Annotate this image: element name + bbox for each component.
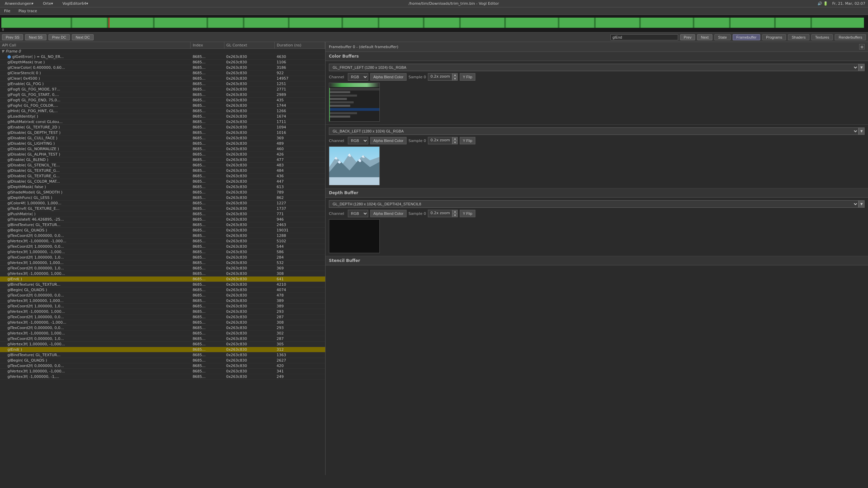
table-row[interactable]: glDepthMask( false ) 8685... 0x263c830 6…	[0, 184, 325, 190]
menu-anwendungen[interactable]: Anwendungen▾	[3, 1, 35, 6]
table-row[interactable]: glEnd( ) 8685... 0x263c830 641	[0, 277, 325, 282]
table-row[interactable]: glFogf( GL_FOG_MODE, 97... 8685... 0x263…	[0, 87, 325, 92]
table-row[interactable]: glTexCoord2f( 1,000000, 0,0... 8685... 0…	[0, 244, 325, 249]
table-row[interactable]: glClearColor( 0,400000, 0,60... 8685... …	[0, 65, 325, 70]
table-row[interactable]: glVertex3f( 1,000000, 1,000... 8685... 0…	[0, 298, 325, 304]
table-row[interactable]: glShadeModel( GL_SMOOTH ) 8685... 0x263c…	[0, 190, 325, 195]
menu-voglEditor[interactable]: VoglEditor64▾	[60, 1, 90, 6]
table-row[interactable]: glEnable( GL_BLEND ) 8685... 0x263c830 4…	[0, 157, 325, 163]
table-row[interactable]: glDisable( GL_TEXTURE_G... 8685... 0x263…	[0, 168, 325, 174]
renderbuffers-tab[interactable]: Renderbuffers	[835, 34, 866, 40]
table-row[interactable]: glVertex3f( 1,000000, -1,000... 8685... …	[0, 369, 325, 374]
shaders-tab[interactable]: Shaders	[788, 34, 809, 40]
table-row[interactable]: glDisable( GL_ALPHA_TEST ) 8685... 0x263…	[0, 152, 325, 157]
table-row[interactable]: glDisable( GL_COLOR_MAT... 8685... 0x263…	[0, 179, 325, 184]
textures-tab[interactable]: Textures	[811, 34, 833, 40]
table-row[interactable]: glDisable( GL_TEXTURE_G... 8685... 0x263…	[0, 174, 325, 179]
back-left-alpha-blend[interactable]: Alpha Blend Color	[370, 137, 407, 144]
front-left-dropdown-arrow[interactable]: ▼	[859, 64, 865, 71]
table-row[interactable]: glVertex3f( -1,000000, 1,000... 8685... …	[0, 331, 325, 336]
table-row[interactable]: glVertex3f( -1,000000, 1,000... 8685... …	[0, 271, 325, 277]
next-dc-button[interactable]: Next DC	[72, 34, 94, 40]
table-row[interactable]: glPushMatrix( ) 8685... 0x263c830 771	[0, 211, 325, 217]
table-row[interactable]: glLoadIdentity( ) 8685... 0x263c830 1674	[0, 114, 325, 119]
table-row[interactable]: glColor4f( 1,000000, 1,000... 8685... 0x…	[0, 201, 325, 206]
table-row[interactable]: glBegin( GL_QUADS ) 8685... 0x263c830 26…	[0, 358, 325, 363]
front-left-zoom-up[interactable]: ▲	[452, 73, 458, 77]
table-row[interactable]: glClearStencil( 0 ) 8685... 0x263c830 92…	[0, 70, 325, 76]
depth-alpha-blend[interactable]: Alpha Blend Color	[370, 210, 407, 217]
prev-dc-button[interactable]: Prev DC	[48, 34, 70, 40]
prev-button[interactable]: Prev	[680, 34, 695, 40]
programs-tab[interactable]: Programs	[762, 34, 786, 40]
depth-dropdown-arrow[interactable]: ▼	[859, 200, 865, 208]
table-row[interactable]: glGetError( ) = GL_NO_ER... 8685... 0x26…	[0, 54, 325, 60]
depth-flip[interactable]: Y Flip	[460, 210, 475, 217]
menu-orte[interactable]: Orte▾	[41, 1, 55, 6]
front-left-zoom-down[interactable]: ▼	[452, 77, 458, 81]
table-row[interactable]: glTexCoord2f( 0,000000, 1,0... 8685... 0…	[0, 266, 325, 271]
table-row[interactable]: glClear( 0x4500 ) 8685... 0x263c830 1495…	[0, 76, 325, 81]
table-row[interactable]: glDisable( GL_LIGHTING ) 8685... 0x263c8…	[0, 141, 325, 146]
table-row[interactable]: glEnable( GL_TEXTURE_2D ) 8685... 0x263c…	[0, 125, 325, 130]
back-left-channel-select[interactable]: RGB	[348, 137, 368, 144]
framebuffer-tab[interactable]: Framebuffer	[733, 34, 761, 40]
back-left-select[interactable]: GL_BACK_LEFT (1280 x 1024) GL_RGBA	[329, 127, 859, 135]
table-row[interactable]: glTexCoord2f( 1,000000, 0,0... 8685... 0…	[0, 314, 325, 320]
table-row[interactable]: glDisable( GL_STENCIL_TE... 8685... 0x26…	[0, 163, 325, 168]
table-row[interactable]: glVertex3f( 1,000000, 1,000... 8685... 0…	[0, 260, 325, 266]
table-row[interactable]: glTranslatef( 46,426895, -25... 8685... …	[0, 217, 325, 222]
table-row[interactable]: ▼Frame 0	[0, 49, 325, 54]
depth-select[interactable]: GL_DEPTH (1280 x 1024) GL_DEPTH24_STENCI…	[329, 200, 859, 208]
table-row[interactable]: glTexCoord2f( 1,000000, 1,0... 8685... 0…	[0, 304, 325, 309]
prev-ss-button[interactable]: Prev SS	[2, 34, 23, 40]
table-row[interactable]: glDepthFunc( GL_LESS ) 8685... 0x263c830…	[0, 195, 325, 201]
table-row[interactable]: glTexCoord2f( 0,000000, 0,0... 8685... 0…	[0, 233, 325, 239]
table-row[interactable]: glTexEnvf( GL_TEXTURE_E... 8685... 0x263…	[0, 206, 325, 211]
table-row[interactable]: glHint( GL_FOG_HINT, GL... 8685... 0x263…	[0, 108, 325, 114]
table-row[interactable]: glVertex3f( 1,000000, -1,000... 8685... …	[0, 342, 325, 347]
table-row[interactable]: glEnd( ) 8685... 0x263c830 312	[0, 347, 325, 352]
front-left-flip[interactable]: Y Flip	[460, 73, 475, 81]
table-row[interactable]: glVertex3f( 1,000000, -1,000... 8685... …	[0, 249, 325, 255]
next-ss-button[interactable]: Next SS	[25, 34, 46, 40]
depth-channel-select[interactable]: RGB	[348, 210, 368, 217]
expand-button[interactable]: ⊞	[859, 44, 865, 49]
state-tab[interactable]: State	[714, 34, 731, 40]
search-input[interactable]	[610, 34, 678, 40]
table-row[interactable]: glTexCoord2f( 0,000000, 1,0... 8685... 0…	[0, 336, 325, 342]
table-row[interactable]: glBindTexture( GL_TEXTUR... 8685... 0x26…	[0, 222, 325, 228]
front-left-channel-select[interactable]: RGB	[348, 73, 368, 81]
table-row[interactable]: glDepthMask( true ) 8685... 0x263c830 11…	[0, 60, 325, 65]
front-left-select[interactable]: GL_FRONT_LEFT (1280 x 1024) GL_RGBA	[329, 64, 859, 71]
table-row[interactable]: glBegin( GL_QUADS ) 8685... 0x263c830 19…	[0, 228, 325, 233]
table-row[interactable]: glTexCoord2f( 0,000000, 0,0... 8685... 0…	[0, 363, 325, 369]
table-row[interactable]: glTexCoord2f( 0,000000, 0,0... 8685... 0…	[0, 325, 325, 331]
table-row[interactable]: glMultMatrixd( const GLdou... 8685... 0x…	[0, 119, 325, 125]
table-row[interactable]: glDisable( GL_DEPTH_TEST ) 8685... 0x263…	[0, 130, 325, 136]
table-row[interactable]: glTexCoord2f( 1,000000, 1,0... 8685... 0…	[0, 255, 325, 260]
table-row[interactable]: glDisable( GL_CULL_FACE ) 8685... 0x263c…	[0, 136, 325, 141]
table-row[interactable]: glFogf( GL_FOG_END, 75,0... 8685... 0x26…	[0, 98, 325, 103]
back-left-zoom-up[interactable]: ▲	[452, 137, 458, 141]
next-button[interactable]: Next	[697, 34, 712, 40]
front-left-alpha-blend[interactable]: Alpha Blend Color	[370, 73, 407, 81]
table-row[interactable]: glTexCoord2f( 0,000000, 0,0... 8685... 0…	[0, 293, 325, 298]
table-row[interactable]: glVertex3f( -1,000000, -1,000... 8685...…	[0, 320, 325, 325]
table-row[interactable]: glBindTexture( GL_TEXTUR... 8685... 0x26…	[0, 282, 325, 287]
back-left-zoom-down[interactable]: ▼	[452, 141, 458, 144]
menu-play-trace[interactable]: Play trace	[16, 8, 39, 14]
table-row[interactable]: glVertex3f( -1,000000, -1,000... 8685...…	[0, 239, 325, 244]
back-left-dropdown-arrow[interactable]: ▼	[859, 127, 865, 135]
depth-zoom-down[interactable]: ▼	[452, 214, 458, 217]
table-row[interactable]: glFogf( GL_FOG_START, 0,... 8685... 0x26…	[0, 92, 325, 98]
table-row[interactable]: glFogfv( GL_FOG_COLOR,... 8685... 0x263c…	[0, 103, 325, 108]
depth-zoom-up[interactable]: ▲	[452, 210, 458, 214]
menu-file[interactable]: File	[2, 8, 12, 14]
table-row[interactable]: glBegin( GL_QUADS ) 8685... 0x263c830 40…	[0, 287, 325, 293]
table-row[interactable]: glDisable( GL_NORMALIZE ) 8685... 0x263c…	[0, 146, 325, 152]
table-row[interactable]: glBindTexture( GL_TEXTUR... 8685... 0x26…	[0, 352, 325, 358]
table-row[interactable]: glVertex3f( -1,000000, 1,000... 8685... …	[0, 309, 325, 314]
back-left-flip[interactable]: Y Flip	[460, 137, 475, 144]
table-row[interactable]: glVertex3f( -1,000000, -1,... 8685... 0x…	[0, 374, 325, 380]
